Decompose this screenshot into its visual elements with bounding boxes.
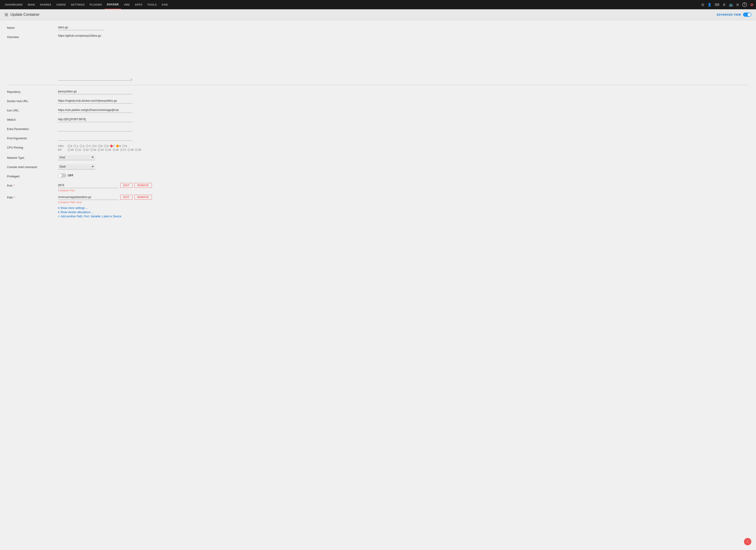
network-type-select[interactable]: Host Bridge None xyxy=(58,155,95,160)
terminal-icon[interactable]: ⌨ xyxy=(715,3,719,7)
plus-icon: + xyxy=(58,215,60,218)
cpu-4: 4 xyxy=(92,145,97,147)
docker-hub-url-row: Docker Hub URL: xyxy=(7,98,749,105)
add-another-label: Add another Path, Port, Variable, Label … xyxy=(61,215,121,218)
nav-dashboard[interactable]: DASHBOARD xyxy=(3,0,25,9)
port-label: Port: xyxy=(7,183,58,187)
ht-radio-11[interactable] xyxy=(75,148,78,151)
privileged-switch[interactable] xyxy=(58,173,66,178)
show-more-label: Show more settings ... xyxy=(60,206,88,210)
nav-tools[interactable]: TOOLS xyxy=(145,0,159,9)
show-docker-link[interactable]: ▾ Show docker allocations ... xyxy=(58,211,749,214)
help-icon[interactable]: ? xyxy=(742,2,747,7)
cpu-radio-1[interactable] xyxy=(74,145,76,147)
network-type-label: Network Type: xyxy=(7,155,58,159)
privileged-value: OFF xyxy=(58,173,749,178)
cpu-radio-8[interactable] xyxy=(116,145,119,147)
nav-vms[interactable]: VMS xyxy=(121,0,132,9)
nav-settings[interactable]: SETTINGS xyxy=(68,0,87,9)
advanced-view-label: ADVANCED VIEW xyxy=(717,13,741,16)
network-type-value: Host Bridge None xyxy=(58,155,749,160)
ht-13: 13 xyxy=(90,148,96,151)
monitor-icon[interactable]: ⊞ xyxy=(701,3,704,7)
docker-hub-url-label: Docker Hub URL: xyxy=(7,98,58,103)
ht-17: 17 xyxy=(120,148,126,151)
ht-radio-16[interactable] xyxy=(113,148,115,151)
overview-value: https://github.com/jeessy2/ddns-go xyxy=(58,34,749,81)
name-input[interactable] xyxy=(58,25,104,30)
webui-value xyxy=(58,117,749,122)
show-docker-label: Show docker allocations ... xyxy=(60,211,94,214)
cpu-3: 3 xyxy=(86,145,90,147)
ht-10: 10 xyxy=(68,148,74,151)
advanced-view-toggle-container: ADVANCED VIEW xyxy=(717,13,751,17)
port-remove-button[interactable]: REMOVE xyxy=(134,183,152,188)
nav-main[interactable]: MAIN xyxy=(26,0,37,9)
nav-shares[interactable]: SHARES xyxy=(38,0,54,9)
extra-params-input[interactable] xyxy=(58,126,132,131)
cpu-radio-2[interactable] xyxy=(80,145,82,147)
cpu-radio-0[interactable] xyxy=(68,145,70,147)
show-more-link[interactable]: ▾ Show more settings ... xyxy=(58,206,749,210)
page-header: ⊞ Update Container ADVANCED VIEW xyxy=(0,9,756,20)
ht-radio-12[interactable] xyxy=(83,148,85,151)
user-icon[interactable]: 👤 xyxy=(707,3,711,7)
port-row: Port: EDIT REMOVE Container Port: xyxy=(7,183,749,192)
name-value xyxy=(58,25,749,30)
post-arguments-label: Post Arguments: xyxy=(7,135,58,140)
nav-plugins[interactable]: PLUGINS xyxy=(87,0,104,9)
privileged-status: OFF xyxy=(68,174,73,177)
cpu-radio-7[interactable] xyxy=(110,145,113,147)
scroll-top-button[interactable]: ↑ xyxy=(744,538,751,545)
chevron-down-icon: ▾ xyxy=(58,206,59,210)
ht-radio-14[interactable] xyxy=(98,148,100,151)
port-input[interactable] xyxy=(58,183,118,188)
nav-docker[interactable]: DOCKER xyxy=(105,0,121,9)
cpu-radio-5[interactable] xyxy=(98,145,101,147)
path-input[interactable] xyxy=(58,195,118,200)
post-arguments-input[interactable] xyxy=(58,135,132,141)
display-icon[interactable]: 🖥 xyxy=(723,3,726,7)
console-shell-row: Console shell command: Shell Bash sh xyxy=(7,164,749,171)
console-shell-select[interactable]: Shell Bash sh xyxy=(58,164,95,169)
path-remove-button[interactable]: REMOVE xyxy=(134,195,152,200)
ht-radio-19[interactable] xyxy=(135,148,138,151)
cpu-radio-6[interactable] xyxy=(104,145,107,147)
ht-radio-13[interactable] xyxy=(90,148,93,151)
repository-input[interactable] xyxy=(58,89,132,94)
grid-icon: ⊞ xyxy=(5,12,8,17)
port-edit-button[interactable]: EDIT xyxy=(120,183,133,188)
overview-input[interactable]: https://github.com/jeessy2/ddns-go xyxy=(58,34,132,81)
ht-radio-15[interactable] xyxy=(105,148,108,151)
ht-radio-17[interactable] xyxy=(120,148,123,151)
extra-params-row: Extra Parameters: xyxy=(7,126,749,133)
docker-hub-url-input[interactable] xyxy=(58,98,132,104)
add-another-link[interactable]: + Add another Path, Port, Variable, Labe… xyxy=(58,215,749,218)
webui-input[interactable] xyxy=(58,117,132,122)
cpu-radio-4[interactable] xyxy=(92,145,95,147)
path-edit-button[interactable]: EDIT xyxy=(120,195,133,200)
nav-kod[interactable]: KOD xyxy=(160,0,170,9)
container-port-label: Container Port: xyxy=(58,189,749,192)
extra-params-value xyxy=(58,126,749,131)
ht-radio-10[interactable] xyxy=(68,148,70,151)
page-title-container: ⊞ Update Container xyxy=(5,12,39,17)
cpu-pinning-value: CPU: 0 1 2 3 4 xyxy=(58,145,749,152)
name-row: Name: xyxy=(7,25,749,31)
icon-url-input[interactable] xyxy=(58,107,132,113)
path-label: Path: xyxy=(7,195,58,199)
ht-radio-18[interactable] xyxy=(127,148,130,151)
display2-icon[interactable]: 📺 xyxy=(729,3,733,7)
main-content: Name: Overview: https://github.com/jeess… xyxy=(0,20,756,550)
cpu-radio-3[interactable] xyxy=(86,145,88,147)
cpu-radio-9[interactable] xyxy=(122,145,125,147)
overview-row: Overview: https://github.com/jeessy2/ddn… xyxy=(7,34,749,81)
nav-users[interactable]: USERS xyxy=(54,0,68,9)
privileged-toggle[interactable]: OFF xyxy=(58,173,73,178)
grid2-icon[interactable]: ⊞ xyxy=(736,3,739,7)
unraid-icon[interactable]: ⊘ xyxy=(750,3,753,7)
network-type-row: Network Type: Host Bridge None xyxy=(7,155,749,161)
advanced-view-toggle[interactable] xyxy=(743,13,751,17)
nav-apps[interactable]: APPS xyxy=(133,0,145,9)
page-title: Update Container xyxy=(10,13,39,17)
